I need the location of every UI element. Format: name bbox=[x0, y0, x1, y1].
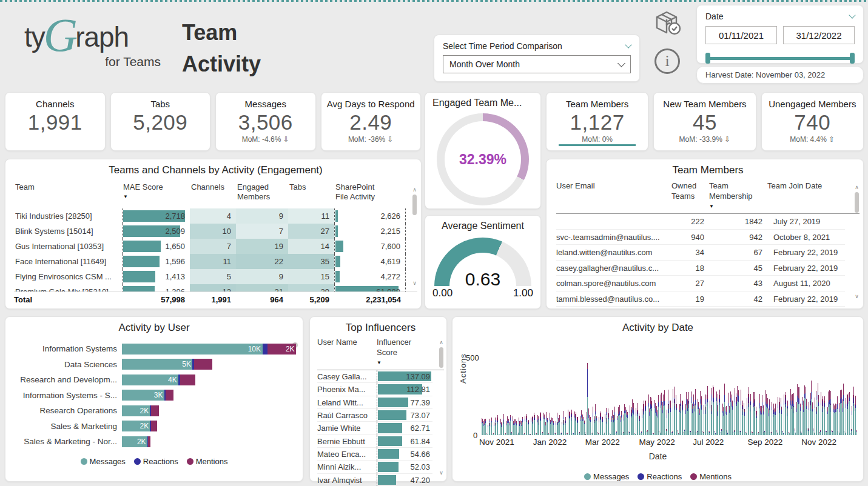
date-bar[interactable] bbox=[547, 418, 548, 435]
date-bar[interactable] bbox=[608, 413, 609, 435]
legend-item-mentions[interactable]: Mentions bbox=[690, 472, 732, 481]
slider-handle-start[interactable] bbox=[705, 53, 710, 64]
column-header-user-email[interactable]: User Email bbox=[556, 180, 671, 213]
table-row[interactable]: 2221842July 27, 2019 bbox=[556, 214, 860, 230]
right-kpi-card-1[interactable]: New Team Members45MoM: -33.9% ⇩ bbox=[653, 92, 756, 151]
date-bar[interactable] bbox=[540, 413, 541, 435]
column-header-tabs[interactable]: Tabs bbox=[288, 181, 334, 198]
table-row[interactable]: Gus International [10353]1,650719147,600 bbox=[14, 239, 417, 254]
date-bar[interactable] bbox=[633, 403, 634, 435]
date-bar[interactable] bbox=[713, 387, 714, 435]
legend-item-reactions[interactable]: Reactions bbox=[638, 472, 682, 481]
left-kpi-card-0[interactable]: Channels1,991 bbox=[5, 92, 106, 151]
messages-bar-segment[interactable] bbox=[122, 344, 263, 355]
date-start-input[interactable]: 01/11/2021 bbox=[705, 26, 777, 44]
date-bar[interactable] bbox=[707, 386, 708, 435]
date-bar[interactable] bbox=[670, 401, 671, 435]
table-row[interactable]: Face International [11649]1,5961122354,6… bbox=[14, 254, 417, 269]
date-bar[interactable] bbox=[769, 399, 770, 435]
date-bar[interactable] bbox=[856, 430, 857, 435]
column-header-team[interactable]: Team bbox=[14, 181, 122, 198]
date-bar[interactable] bbox=[818, 395, 819, 435]
date-bar[interactable] bbox=[651, 401, 652, 435]
date-bar[interactable] bbox=[701, 396, 702, 435]
column-header-team[interactable]: TeamMembership▼ bbox=[709, 180, 767, 213]
influencers-scrollbar[interactable]: ∧ ∨ bbox=[437, 339, 445, 476]
date-bar[interactable] bbox=[516, 421, 517, 435]
date-bar[interactable] bbox=[590, 417, 591, 435]
date-bar[interactable] bbox=[602, 417, 603, 435]
date-bar[interactable] bbox=[503, 414, 504, 435]
date-bar[interactable] bbox=[510, 415, 511, 435]
column-header-user-name[interactable]: User Name bbox=[317, 336, 377, 370]
table-row[interactable]: leland.witten@nautilus.com3467February 2… bbox=[556, 245, 860, 261]
date-bar[interactable] bbox=[571, 410, 572, 435]
date-bar[interactable] bbox=[719, 390, 720, 435]
scrollbar-thumb[interactable] bbox=[412, 195, 417, 215]
column-header-engaged[interactable]: EngagedMembers bbox=[236, 181, 288, 208]
date-bar[interactable] bbox=[756, 411, 757, 436]
teams-table-scrollbar[interactable]: ∧ ∨ bbox=[411, 186, 419, 302]
scroll-down-arrow-icon[interactable]: ∨ bbox=[437, 469, 445, 476]
comparison-select[interactable]: Month Over Month bbox=[443, 55, 631, 73]
members-table-scrollbar[interactable]: ∧ ∨ bbox=[853, 184, 861, 300]
column-header-sharepoint[interactable]: SharePointFile Activity bbox=[334, 181, 406, 208]
chevron-down-icon[interactable] bbox=[849, 12, 855, 18]
mentions-bar-segment[interactable] bbox=[148, 436, 150, 447]
info-icon[interactable]: i bbox=[654, 48, 680, 74]
mentions-bar-segment[interactable] bbox=[180, 374, 196, 385]
table-row[interactable]: Ivar Almqvist47.20 bbox=[317, 474, 444, 486]
engaged-members-donut[interactable]: 32.39% bbox=[437, 113, 529, 205]
legend-item-messages[interactable]: Messages bbox=[584, 472, 629, 481]
date-bar[interactable] bbox=[645, 401, 646, 435]
date-bar[interactable] bbox=[750, 394, 751, 435]
column-header-owned[interactable]: OwnedTeams bbox=[671, 180, 709, 213]
date-bar[interactable] bbox=[824, 396, 825, 435]
right-kpi-card-0[interactable]: Team Members1,127MoM: 0% bbox=[546, 92, 648, 151]
date-bar[interactable] bbox=[744, 409, 745, 435]
scrollbar-thumb[interactable] bbox=[439, 347, 443, 368]
slider-handle-end[interactable] bbox=[850, 53, 855, 64]
mentions-bar-segment[interactable] bbox=[151, 421, 157, 431]
date-end-input[interactable]: 31/12/2022 bbox=[783, 26, 855, 44]
table-row[interactable]: Flying Envirosonics CSM ...1,41359154,27… bbox=[14, 269, 417, 284]
legend-item-reactions[interactable]: Reactions bbox=[134, 457, 178, 466]
date-bar[interactable] bbox=[614, 407, 615, 435]
legend-item-messages[interactable]: Messages bbox=[81, 457, 126, 466]
package-shield-icon[interactable] bbox=[652, 8, 682, 38]
date-bar[interactable] bbox=[565, 417, 566, 435]
date-bar[interactable] bbox=[732, 401, 733, 435]
date-bar[interactable] bbox=[843, 384, 844, 435]
table-row[interactable]: Premium Gala Mix [25310]1,39612212961,08… bbox=[14, 284, 417, 291]
slider-track[interactable] bbox=[707, 57, 853, 60]
date-bar[interactable] bbox=[522, 417, 523, 435]
date-bar[interactable] bbox=[849, 392, 850, 435]
chevron-down-icon[interactable] bbox=[625, 41, 631, 48]
date-bar[interactable] bbox=[621, 411, 622, 435]
scroll-up-arrow-icon[interactable]: ∧ bbox=[437, 339, 445, 346]
reactions-bar-segment[interactable] bbox=[263, 344, 267, 355]
legend-item-mentions[interactable]: Mentions bbox=[187, 457, 228, 466]
mentions-bar-segment[interactable] bbox=[166, 390, 174, 401]
date-bar[interactable] bbox=[658, 395, 659, 435]
table-row[interactable]: Raúl Carrasco73.07 bbox=[317, 409, 444, 422]
table-row[interactable]: Jamie White62.71 bbox=[317, 422, 444, 434]
date-bar[interactable] bbox=[664, 390, 665, 435]
date-bar[interactable] bbox=[837, 396, 838, 435]
scroll-down-arrow-icon[interactable]: ∨ bbox=[411, 279, 419, 287]
scroll-down-arrow-icon[interactable]: ∨ bbox=[853, 293, 861, 300]
date-bar[interactable] bbox=[763, 405, 764, 435]
table-row[interactable]: casey.gallagher@nautilus.c...1845Februar… bbox=[556, 261, 860, 276]
date-range-slider[interactable] bbox=[705, 53, 855, 64]
date-bar[interactable] bbox=[485, 419, 486, 435]
column-header-influencer[interactable]: InfluencerScore▼ bbox=[377, 336, 432, 370]
table-row[interactable]: Bernie Ebbutt61.84 bbox=[317, 435, 444, 448]
date-bar[interactable] bbox=[497, 415, 498, 435]
sentiment-gauge[interactable]: 0.63 bbox=[434, 238, 531, 286]
date-bar[interactable] bbox=[787, 401, 788, 435]
right-kpi-card-2[interactable]: Unengaged Members740MoM: 4.4% ⇧ bbox=[761, 92, 864, 151]
table-row[interactable]: svc-.teamsadmin@nautilus....940942Octobe… bbox=[556, 230, 860, 245]
scroll-up-arrow-icon[interactable]: ∧ bbox=[853, 184, 861, 191]
column-header-team-join-date[interactable]: Team Join Date bbox=[767, 180, 845, 213]
table-row[interactable]: Phoenix Ma...112.81 bbox=[317, 383, 444, 396]
